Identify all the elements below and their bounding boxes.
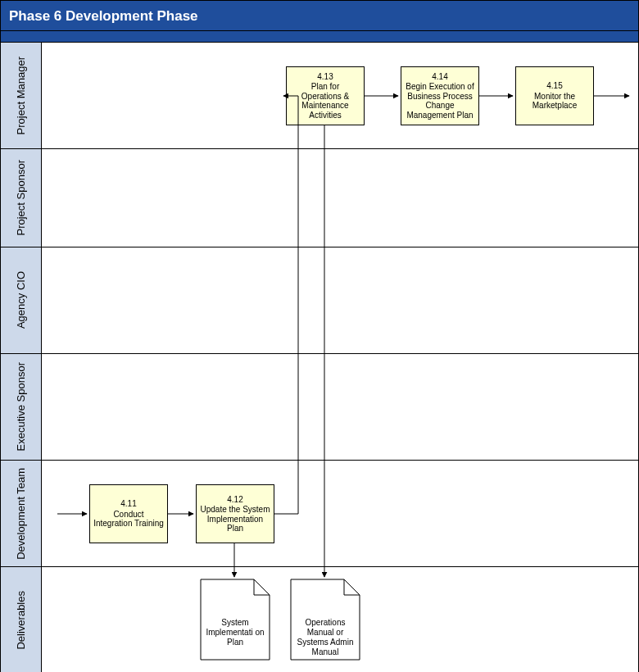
lane-body-es xyxy=(42,354,638,460)
lane-label-es: Executive Sponsor xyxy=(1,354,42,460)
lane-label-ps: Project Sponsor xyxy=(1,149,42,247)
lane-body-ps xyxy=(42,149,638,247)
activity-4-13: 4.13 Plan for Operations & Maintenance A… xyxy=(286,66,365,125)
lane-deliverables: Deliverables System Implementati on Plan… xyxy=(0,567,639,672)
lane-body-del: System Implementati on Plan Operations M… xyxy=(42,567,638,672)
lane-body-pm: 4.13 Plan for Operations & Maintenance A… xyxy=(42,43,638,148)
lane-label-pm: Project Manager xyxy=(1,43,42,148)
activity-4-11: 4.11 Conduct Integration Training xyxy=(89,484,168,543)
diagram-title: Phase 6 Development Phase xyxy=(9,8,198,24)
lane-executive-sponsor: Executive Sponsor xyxy=(0,354,639,461)
lane-development-team: Development Team 4.11 Conduct Integratio… xyxy=(0,461,639,567)
lanes-container: Project Manager 4.13 Plan for Operations… xyxy=(0,43,639,672)
lane-project-sponsor: Project Sponsor xyxy=(0,149,639,247)
lane-label-cio: Agency CIO xyxy=(1,247,42,353)
document-system-implementation-plan: System Implementati on Plan xyxy=(200,579,270,661)
lane-label-dev: Development Team xyxy=(1,461,42,566)
lane-body-dev: 4.11 Conduct Integration Training 4.12 U… xyxy=(42,461,638,566)
diagram-subheader xyxy=(0,31,639,43)
activity-4-15: 4.15 Monitor the Marketplace xyxy=(515,66,594,125)
activity-4-12: 4.12 Update the System Implementation Pl… xyxy=(196,484,274,543)
lane-project-manager: Project Manager 4.13 Plan for Operations… xyxy=(0,43,639,149)
document-operations-manual: Operations Manual or Systems Admin Manua… xyxy=(290,579,360,661)
lane-body-cio xyxy=(42,247,638,353)
diagram-header: Phase 6 Development Phase xyxy=(0,0,639,31)
activity-4-14: 4.14 Begin Execution of Business Process… xyxy=(401,66,479,125)
lane-label-del: Deliverables xyxy=(1,567,42,672)
swimlane-diagram: Phase 6 Development Phase Project Manage… xyxy=(0,0,639,672)
lane-agency-cio: Agency CIO xyxy=(0,247,639,354)
